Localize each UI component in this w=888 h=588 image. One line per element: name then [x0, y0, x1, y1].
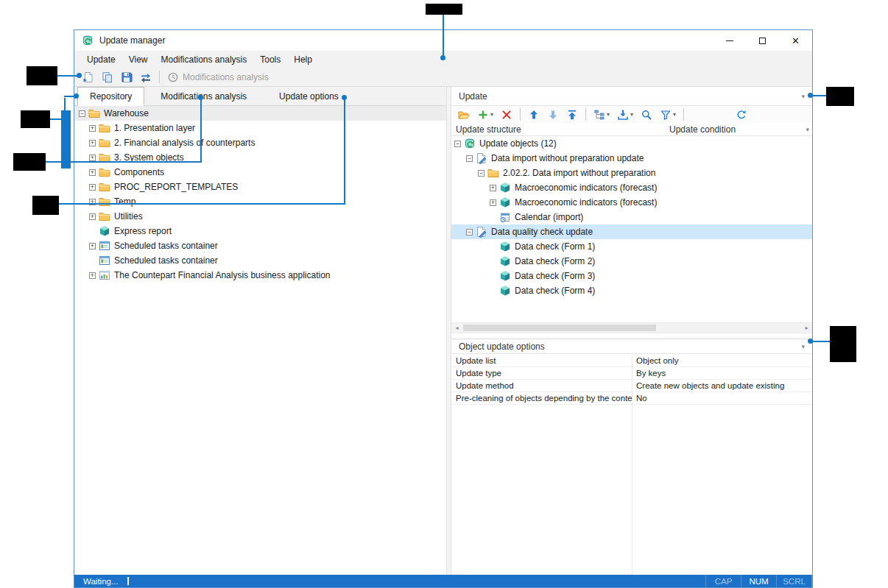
option-value[interactable]: Object only: [632, 355, 812, 366]
open-folder-button[interactable]: [456, 107, 472, 122]
expand-icon[interactable]: +: [89, 155, 96, 161]
object-update-options-header[interactable]: Object update options ▾: [451, 338, 812, 354]
menu-item-view[interactable]: View: [122, 52, 155, 67]
delete-icon: [501, 109, 512, 121]
modifications-analysis-button[interactable]: Modifications analysis: [165, 70, 271, 85]
modifications-analysis-icon: [167, 71, 179, 83]
tree-row-2-financial-analysis-of-counterparts[interactable]: +2. Financial analysis of counterparts: [74, 135, 446, 150]
tree-row-macroeconomic-indicators-forecast[interactable]: +Macroeconomic indicators (forecast): [451, 195, 812, 210]
expand-icon[interactable]: +: [89, 140, 96, 146]
refresh-button[interactable]: [733, 107, 750, 122]
collapse-icon[interactable]: −: [466, 155, 473, 162]
tree-row-data-check-form-3[interactable]: Data check (Form 3): [451, 269, 812, 283]
search-button[interactable]: [638, 107, 655, 122]
chevron-down-icon[interactable]: ▾: [490, 111, 493, 118]
folder-icon: [99, 196, 110, 208]
tree-row-utilities[interactable]: +Utilities: [74, 209, 446, 224]
filter-button[interactable]: ▾: [658, 107, 678, 122]
arrow-down-button[interactable]: [545, 107, 561, 122]
tree-row-1-presentation-layer[interactable]: +1. Presentation layer: [74, 121, 446, 135]
tab-update-options[interactable]: Update options: [263, 87, 355, 105]
maximize-button[interactable]: [746, 30, 779, 51]
tree-row-data-quality-check-update[interactable]: −Data quality check update: [451, 224, 812, 239]
save-button[interactable]: [119, 70, 135, 85]
collapse-icon[interactable]: −: [466, 229, 473, 235]
expand-icon[interactable]: +: [89, 184, 96, 191]
tree-row-scheduled-tasks-container[interactable]: Scheduled tasks container: [74, 253, 446, 268]
option-value[interactable]: No: [632, 392, 812, 404]
tree-row-express-report[interactable]: Express report: [74, 224, 446, 238]
sync-button[interactable]: [138, 70, 154, 85]
collapse-icon[interactable]: −: [454, 141, 461, 147]
import-button[interactable]: ▾: [615, 107, 635, 122]
tab-modifications-analysis[interactable]: Modifications analysis: [144, 87, 263, 105]
tree-row-2-02-2-data-import-without-preparation[interactable]: −2.02.2. Data import without preparation: [451, 166, 812, 180]
column-update-condition[interactable]: Update condition: [669, 124, 806, 135]
minimize-button[interactable]: [713, 30, 746, 51]
expand-icon[interactable]: +: [89, 125, 96, 132]
expand-icon[interactable]: +: [490, 199, 496, 206]
tree-row-the-countepart-financial-analysis-business-application[interactable]: +The Countepart Financial Analysis busin…: [74, 268, 446, 283]
chevron-down-icon[interactable]: ▾: [806, 126, 809, 133]
tree-button[interactable]: ▾: [591, 107, 612, 122]
repository-tree[interactable]: −Warehouse+1. Presentation layer+2. Fina…: [74, 106, 446, 575]
update-toolbar: ▾▾▾▾: [451, 106, 812, 123]
new-document-icon: [82, 71, 94, 83]
tree-row-macroeconomic-indicators-forecast[interactable]: +Macroeconomic indicators (forecast): [451, 180, 812, 195]
scrollbar-thumb[interactable]: [463, 325, 656, 331]
window-title: Update manager: [99, 35, 165, 46]
tab-repository[interactable]: Repository: [77, 87, 144, 106]
open-folder-icon: [458, 109, 470, 121]
close-button[interactable]: ✕: [779, 30, 812, 51]
expand-icon[interactable]: +: [89, 272, 96, 279]
callout-box-modifications: [13, 153, 46, 171]
tree-row-data-check-form-1[interactable]: Data check (Form 1): [451, 239, 812, 254]
update-column-headers[interactable]: Update structure Update condition ▾: [451, 123, 812, 136]
arrow-up-button[interactable]: [526, 107, 542, 122]
collapse-icon[interactable]: −: [79, 110, 85, 117]
update-doc-icon: [476, 152, 487, 164]
app-icon: [99, 269, 110, 281]
update-panel-title: Update: [459, 91, 487, 102]
chevron-down-icon[interactable]: ▾: [630, 111, 633, 118]
arrow-top-button[interactable]: [564, 107, 580, 122]
chevron-down-icon[interactable]: ▾: [801, 93, 805, 100]
horizontal-scrollbar[interactable]: ◂ ▸: [451, 322, 812, 333]
expand-icon[interactable]: +: [89, 213, 96, 220]
tree-row-proc-report-templates[interactable]: +PROC_REPORT_TEMPLATES: [74, 180, 446, 194]
tree-row-warehouse[interactable]: −Warehouse: [74, 106, 446, 121]
tree-row-data-check-form-4[interactable]: Data check (Form 4): [451, 283, 812, 298]
tree-row-update-objects-12[interactable]: −Update objects (12): [451, 136, 812, 151]
menu-item-help[interactable]: Help: [287, 52, 319, 67]
menu-item-tools[interactable]: Tools: [253, 52, 287, 67]
callout-dot-menu-bar: [440, 55, 445, 60]
update-structure-tree[interactable]: −Update objects (12)−Data import without…: [451, 136, 812, 298]
tree-row-scheduled-tasks-container[interactable]: +Scheduled tasks container: [74, 238, 446, 253]
chevron-down-icon[interactable]: ▾: [801, 343, 805, 350]
chevron-down-icon[interactable]: ▾: [607, 111, 610, 118]
tree-row-3-system-objects[interactable]: +3. System objects: [74, 150, 446, 165]
copy-button[interactable]: [99, 70, 116, 85]
expand-icon[interactable]: +: [89, 169, 96, 176]
tree-row-components[interactable]: +Components: [74, 165, 446, 180]
scroll-left-icon[interactable]: ◂: [451, 323, 462, 333]
tree-row-calendar-import[interactable]: Calendar (import): [451, 210, 812, 224]
new-document-button[interactable]: [80, 70, 96, 85]
option-value[interactable]: Create new objects and update existing: [632, 380, 812, 392]
chevron-down-icon[interactable]: ▾: [673, 111, 676, 118]
tree-row-data-import-without-preparation-update[interactable]: −Data import without preparation update: [451, 151, 812, 166]
option-value[interactable]: By keys: [632, 367, 812, 379]
delete-button[interactable]: [498, 107, 515, 122]
scroll-right-icon[interactable]: ▸: [801, 323, 812, 333]
menu-item-modifications-analysis[interactable]: Modifications analysis: [155, 52, 254, 67]
expand-icon[interactable]: +: [89, 243, 96, 249]
vertical-splitter[interactable]: [446, 87, 451, 575]
tree-row-data-check-form-2[interactable]: Data check (Form 2): [451, 254, 812, 269]
menu-item-update[interactable]: Update: [80, 52, 122, 67]
column-update-structure[interactable]: Update structure: [451, 124, 669, 135]
tree-row-temp[interactable]: +Temp: [74, 194, 446, 209]
collapse-icon[interactable]: −: [478, 170, 484, 177]
update-panel-header[interactable]: Update ▾: [451, 87, 812, 106]
add-button[interactable]: ▾: [475, 107, 496, 122]
expand-icon[interactable]: +: [490, 185, 496, 191]
